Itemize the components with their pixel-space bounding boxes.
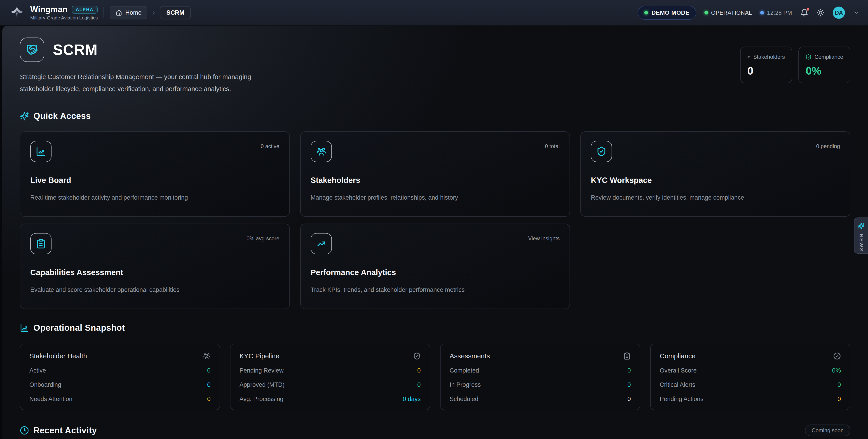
snapshot-title: Compliance <box>660 352 695 360</box>
chart-line-icon <box>36 146 46 157</box>
chevron-down-icon[interactable] <box>853 9 860 16</box>
scrm-icon-box <box>20 37 44 62</box>
card-badge: View insights <box>528 235 560 242</box>
row-value: 0 <box>207 381 211 388</box>
snapshot-title: Assessments <box>450 352 490 360</box>
card-icon-box <box>30 233 52 254</box>
card-title: Live Board <box>30 176 279 185</box>
snapshot-row: Scheduled 0 <box>450 396 631 403</box>
row-label: Approved (MTD) <box>240 381 285 388</box>
card-badge: 0% avg score <box>246 235 279 242</box>
header-divider <box>103 7 104 18</box>
snapshot-row: In Progress 0 <box>450 381 631 388</box>
wingman-logo-icon <box>8 5 25 20</box>
card-performance-analytics[interactable]: View insights Performance Analytics Trac… <box>300 224 570 309</box>
brand: Wingman ALPHA Military-Grade Aviation Lo… <box>8 5 98 21</box>
brand-name: Wingman <box>30 5 67 14</box>
main-panel: SCRM Strategic Customer Relationship Man… <box>2 26 868 439</box>
stat-label: Stakeholders <box>753 54 785 60</box>
quick-access-section: Quick Access 0 active Live Board Real-ti… <box>20 111 850 309</box>
row-label: Avg. Processing <box>240 396 283 403</box>
snapshot-row: Avg. Processing 0 days <box>240 396 421 403</box>
card-title: KYC Workspace <box>591 176 840 185</box>
row-value: 0 <box>837 396 841 403</box>
news-side-tab[interactable]: NEWS <box>854 217 868 254</box>
row-value: 0 <box>627 381 631 388</box>
notifications-button[interactable] <box>800 8 808 17</box>
card-kyc-workspace[interactable]: 0 pending KYC Workspace Review documents… <box>580 131 850 217</box>
snapshot-row: Pending Review 0 <box>240 367 421 374</box>
sun-icon <box>816 8 825 17</box>
card-badge: 0 total <box>545 143 560 149</box>
operational-snapshot-section: Operational Snapshot Stakeholder Health … <box>20 323 850 410</box>
recent-activity-title: Recent Activity <box>33 426 97 435</box>
snapshot-grid: Stakeholder Health Active 0 Onboarding 0… <box>20 344 850 410</box>
card-capabilities-assessment[interactable]: 0% avg score Capabilities Assessment Eva… <box>20 224 290 309</box>
sparkles-icon <box>20 112 29 121</box>
recent-activity-section: Recent Activity Coming soon <box>20 425 850 439</box>
card-badge: 0 active <box>261 143 279 149</box>
snapshot-stakeholder-health: Stakeholder Health Active 0 Onboarding 0… <box>20 344 220 410</box>
row-value: 0 <box>627 367 631 374</box>
snapshot-row: Approved (MTD) 0 <box>240 381 421 388</box>
page-subtitle: Strategic Customer Relationship Manageme… <box>20 71 251 95</box>
snapshot-row: Onboarding 0 <box>29 381 211 388</box>
card-title: Stakeholders <box>311 176 560 185</box>
row-value: 0 <box>417 381 421 388</box>
clipboard-icon <box>623 352 631 360</box>
demo-mode-dot <box>644 11 648 14</box>
theme-toggle-button[interactable] <box>816 8 825 17</box>
breadcrumb-current[interactable]: SCRM <box>160 6 191 20</box>
clock-status: 12:28 PM <box>760 9 792 16</box>
row-value: 0 <box>207 367 211 374</box>
stat-value: 0% <box>806 65 843 77</box>
card-title: Performance Analytics <box>311 268 560 277</box>
row-label: Completed <box>450 367 479 374</box>
row-label: In Progress <box>450 381 481 388</box>
card-icon-box <box>591 141 612 162</box>
page-subtitle-line2: stakeholder lifecycle, compliance verifi… <box>20 83 251 95</box>
operational-snapshot-title: Operational Snapshot <box>33 323 125 333</box>
chart-line-icon <box>20 323 29 332</box>
hero-stats: Stakeholders 0 Compliance 0% <box>740 47 850 83</box>
demo-mode-pill[interactable]: DEMO MODE <box>638 6 696 20</box>
snapshot-row: Overall Score 0% <box>660 367 841 374</box>
row-value: 0 <box>627 396 631 403</box>
card-description: Manage stakeholder profiles, relationshi… <box>311 194 560 201</box>
card-stakeholders[interactable]: 0 total Stakeholders Manage stakeholder … <box>300 131 570 217</box>
snapshot-title: KYC Pipeline <box>240 352 279 360</box>
demo-mode-label: DEMO MODE <box>652 9 689 16</box>
users-icon <box>316 146 327 157</box>
snapshot-compliance: Compliance Overall Score 0% Critical Ale… <box>650 344 850 410</box>
card-description: Real-time stakeholder activity and perfo… <box>30 194 279 201</box>
page-title: SCRM <box>53 41 98 58</box>
clipboard-icon <box>36 238 46 249</box>
alpha-badge: ALPHA <box>72 6 98 13</box>
users-icon <box>747 54 750 60</box>
badge-check-icon <box>833 352 841 360</box>
notification-badge <box>806 7 810 11</box>
snapshot-row: Active 0 <box>29 367 211 374</box>
page-subtitle-line1: Strategic Customer Relationship Manageme… <box>20 71 251 83</box>
card-icon-box <box>30 141 52 162</box>
card-description: Track KPIs, trends, and stakeholder perf… <box>311 286 560 293</box>
card-title: Capabilities Assessment <box>30 268 279 277</box>
row-value: 0 <box>207 396 211 403</box>
time-label: 12:28 PM <box>767 9 792 16</box>
brand-tagline: Military-Grade Aviation Logistics <box>30 15 98 21</box>
card-description: Review documents, verify identities, man… <box>591 194 840 201</box>
breadcrumb-home[interactable]: Home <box>110 6 147 20</box>
row-value: 0 <box>417 367 421 374</box>
snapshot-row: Needs Attention 0 <box>29 396 211 403</box>
stakeholders-stat-card: Stakeholders 0 <box>740 47 792 83</box>
user-avatar[interactable]: DA <box>833 6 845 19</box>
snapshot-kyc-pipeline: KYC Pipeline Pending Review 0 Approved (… <box>230 344 430 410</box>
row-value: 0% <box>832 367 841 374</box>
card-live-board[interactable]: 0 active Live Board Real-time stakeholde… <box>20 131 290 217</box>
snapshot-title: Stakeholder Health <box>29 352 87 360</box>
hero-section: SCRM Strategic Customer Relationship Man… <box>20 37 850 95</box>
row-value: 0 days <box>403 396 421 403</box>
time-dot <box>760 11 764 14</box>
row-label: Onboarding <box>29 381 61 388</box>
row-value: 0 <box>837 381 841 388</box>
